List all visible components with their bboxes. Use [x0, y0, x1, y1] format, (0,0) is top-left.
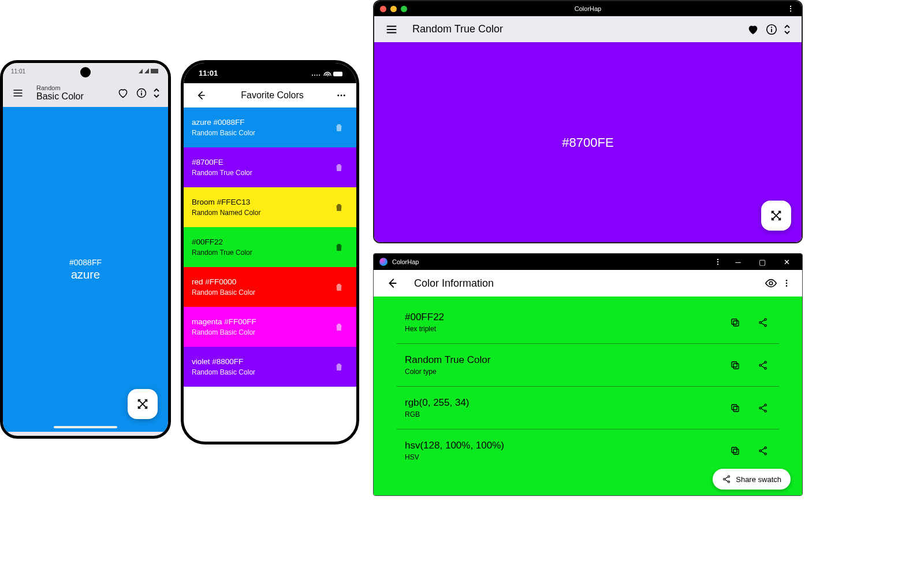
favorite-item[interactable]: violet #8800FFRandom Basic Color [184, 347, 356, 387]
swatch-hex: #0088FF [69, 258, 102, 267]
svg-point-28 [759, 321, 761, 323]
share-swatch-button[interactable]: Share swatch [713, 469, 791, 490]
camera-cutout [80, 67, 91, 77]
favorite-item-subtitle: Random True Color [192, 169, 252, 177]
share-icon[interactable] [754, 442, 772, 460]
delete-icon[interactable] [330, 158, 348, 177]
share-icon [722, 475, 731, 484]
nav-pill [54, 426, 117, 428]
shuffle-button[interactable] [761, 201, 791, 231]
svg-point-8 [327, 75, 328, 76]
close-icon[interactable] [380, 6, 386, 12]
app-bar-titles: Random Basic Color [36, 84, 114, 102]
delete-icon[interactable] [330, 358, 348, 376]
window-titlebar[interactable]: ColorHap [374, 1, 802, 16]
favorite-item-text: #00FF22Random True Color [192, 238, 252, 257]
info-icon[interactable] [132, 84, 151, 102]
app-bar-title: Basic Color [36, 91, 114, 102]
favorite-item[interactable]: magenta #FF00FFRandom Basic Color [184, 307, 356, 347]
window-title: ColorHap [575, 5, 601, 12]
minimize-icon[interactable] [390, 6, 397, 12]
color-info-body: #00FF22Hex tripletRandom True ColorColor… [374, 297, 802, 496]
favorite-icon[interactable] [744, 20, 762, 39]
favorite-item-subtitle: Random Basic Color [192, 129, 255, 137]
copy-icon[interactable] [726, 356, 744, 375]
favorite-item[interactable]: red #FF0000Random Basic Color [184, 267, 356, 307]
svg-point-34 [765, 361, 766, 363]
status-bar: 11:01 [3, 63, 168, 79]
favorite-item-text: Broom #FFEC13Random Named Color [192, 198, 260, 217]
visibility-icon[interactable] [762, 274, 780, 292]
favorite-item-title: azure #0088FF [192, 118, 255, 127]
info-row: #00FF22Hex triplet [397, 301, 779, 343]
favorite-item[interactable]: azure #0088FFRandom Basic Color [184, 108, 356, 147]
info-icon[interactable] [762, 20, 781, 39]
color-swatch[interactable]: #0088FF azure [3, 107, 168, 432]
delete-icon[interactable] [330, 278, 348, 297]
svg-point-45 [765, 453, 766, 454]
menu-icon[interactable] [9, 84, 27, 102]
more-vert-icon[interactable] [712, 253, 724, 271]
share-icon[interactable] [754, 356, 772, 375]
svg-point-6 [316, 75, 318, 76]
favorite-item-text: azure #0088FFRandom Basic Color [192, 118, 255, 137]
shuffle-button[interactable] [128, 389, 158, 419]
svg-point-22 [769, 281, 773, 285]
svg-point-29 [765, 318, 766, 320]
android-phone-basic-color: 11:01 Random Basic Color #0088FF azure [0, 60, 171, 439]
maximize-icon[interactable]: ▢ [752, 258, 772, 266]
copy-icon[interactable] [726, 399, 744, 417]
app-bar-title: Random True Color [412, 23, 744, 35]
notch [230, 63, 311, 76]
more-icon[interactable] [334, 86, 348, 105]
svg-rect-36 [733, 406, 739, 412]
menu-icon[interactable] [382, 20, 401, 39]
info-row-label: RGB [405, 410, 726, 418]
back-icon[interactable] [192, 86, 210, 105]
delete-icon[interactable] [330, 118, 348, 137]
favorite-item-text: red #FF0000Random Basic Color [192, 277, 255, 297]
unfold-icon[interactable] [781, 20, 793, 39]
window-titlebar[interactable]: ColorHap ─ ▢ ✕ [374, 254, 802, 270]
favorite-item-subtitle: Random Named Color [192, 209, 260, 217]
favorite-item[interactable]: Broom #FFEC13Random Named Color [184, 187, 356, 227]
svg-point-23 [786, 280, 788, 281]
share-icon[interactable] [754, 399, 772, 417]
favorite-item-subtitle: Random Basic Color [192, 368, 255, 376]
delete-icon[interactable] [330, 198, 348, 217]
favorite-item-title: magenta #FF00FF [192, 317, 256, 326]
favorite-icon[interactable] [114, 84, 132, 102]
delete-icon[interactable] [330, 238, 348, 257]
info-row: Random True ColorColor type [397, 343, 779, 386]
copy-icon[interactable] [726, 313, 744, 332]
svg-rect-26 [733, 321, 739, 326]
delete-icon[interactable] [330, 318, 348, 336]
favorite-item-title: Broom #FFEC13 [192, 198, 260, 206]
traffic-lights[interactable] [380, 6, 407, 12]
favorite-list[interactable]: azure #0088FFRandom Basic Color#8700FERa… [184, 108, 356, 442]
app-bar: Random True Color [374, 16, 802, 42]
svg-point-39 [765, 404, 766, 406]
svg-point-4 [312, 75, 313, 76]
status-icons [138, 68, 160, 75]
favorite-item[interactable]: #00FF22Random True Color [184, 227, 356, 267]
back-icon[interactable] [383, 274, 401, 292]
share-icon[interactable] [754, 313, 772, 332]
color-swatch[interactable]: #8700FE [374, 42, 802, 243]
favorite-item-title: violet #8800FF [192, 357, 255, 366]
app-bar-title: Color Information [414, 277, 762, 290]
unfold-icon[interactable] [151, 84, 162, 102]
close-icon[interactable]: ✕ [777, 258, 796, 266]
maximize-icon[interactable] [401, 6, 407, 12]
svg-rect-9 [333, 72, 342, 76]
svg-point-25 [786, 285, 788, 287]
svg-point-19 [717, 259, 718, 260]
more-vert-icon[interactable] [780, 274, 793, 292]
more-vert-icon[interactable] [785, 0, 796, 18]
copy-icon[interactable] [726, 442, 744, 460]
favorite-item[interactable]: #8700FERandom True Color [184, 147, 356, 187]
svg-point-20 [717, 261, 718, 262]
svg-point-44 [765, 447, 766, 449]
swatch-hex: #8700FE [562, 135, 613, 150]
minimize-icon[interactable]: ─ [728, 258, 748, 266]
